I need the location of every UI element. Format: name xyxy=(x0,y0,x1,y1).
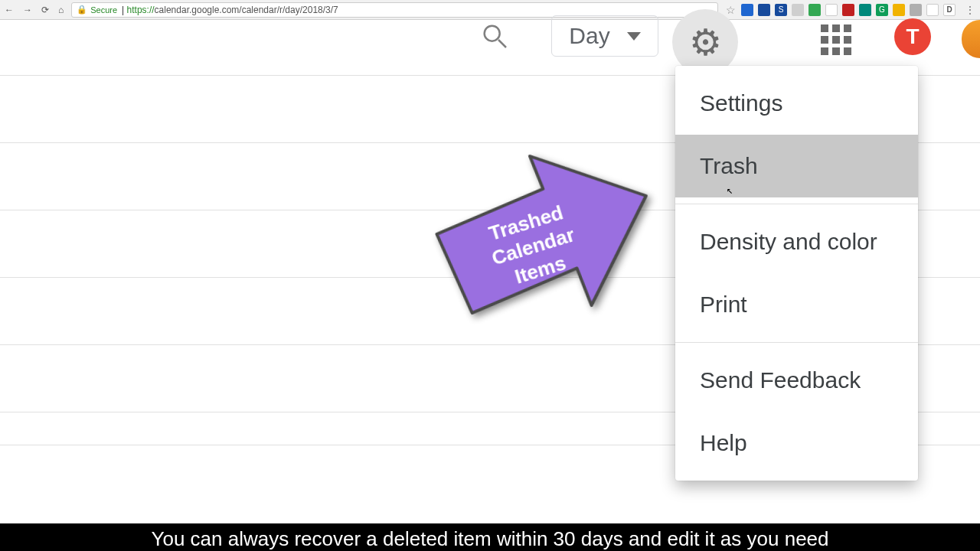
settings-dropdown: Settings Trash Density and color Print S… xyxy=(675,66,918,481)
gear-icon: ⚙ xyxy=(689,21,722,64)
caption-text: You can always recover a deleted item wi… xyxy=(151,527,828,551)
dropdown-item-feedback[interactable]: Send Feedback xyxy=(675,349,918,412)
cast-icon[interactable] xyxy=(910,4,922,16)
url-protocol: https:// xyxy=(127,5,155,15)
nav-forward-icon[interactable]: → xyxy=(23,5,32,15)
dropdown-item-density[interactable]: Density and color xyxy=(675,210,918,273)
extension-icon[interactable] xyxy=(792,4,804,16)
lock-icon: 🔒 xyxy=(77,5,87,15)
extension-icon[interactable] xyxy=(758,4,770,16)
browser-chrome: ← → ⟳ ⌂ 🔒 Secure | https:// calendar.goo… xyxy=(0,0,980,20)
browser-nav-buttons: ← → ⟳ ⌂ xyxy=(5,5,64,15)
account-badge xyxy=(962,20,980,58)
extension-icon[interactable] xyxy=(893,4,905,16)
bookmark-star-icon[interactable]: ☆ xyxy=(724,4,737,16)
google-apps-icon[interactable] xyxy=(821,24,851,55)
search-icon[interactable] xyxy=(479,20,511,52)
account-avatar[interactable]: T xyxy=(894,18,931,55)
extension-icon[interactable]: S xyxy=(775,4,787,16)
view-selector[interactable]: Day xyxy=(551,15,658,57)
url-path: calendar.google.com/calendar/r/day/2018/… xyxy=(155,5,338,15)
nav-home-icon[interactable]: ⌂ xyxy=(58,5,64,15)
nav-back-icon[interactable]: ← xyxy=(5,5,14,15)
extension-icon[interactable] xyxy=(808,4,821,16)
dropdown-item-trash[interactable]: Trash xyxy=(675,135,918,197)
profile-letter-icon[interactable]: D xyxy=(943,4,956,16)
nav-reload-icon[interactable]: ⟳ xyxy=(41,5,49,15)
extension-icon[interactable] xyxy=(741,4,753,16)
dropdown-item-print[interactable]: Print xyxy=(675,273,918,336)
extension-row: ☆ S G D ⋮ xyxy=(724,4,975,16)
extension-icon[interactable] xyxy=(859,4,871,16)
extension-icon[interactable]: G xyxy=(876,4,888,16)
chrome-menu-icon[interactable]: ⋮ xyxy=(965,4,975,16)
extension-icon[interactable] xyxy=(825,4,838,16)
caption-bar: You can always recover a deleted item wi… xyxy=(0,523,980,551)
extension-icon[interactable] xyxy=(842,4,854,16)
svg-line-1 xyxy=(498,40,506,47)
dropdown-item-settings[interactable]: Settings xyxy=(675,72,918,135)
extension-icon[interactable] xyxy=(926,4,939,16)
secure-label: Secure xyxy=(90,5,117,15)
svg-point-0 xyxy=(485,26,500,41)
avatar-letter: T xyxy=(906,24,919,49)
view-selector-label: Day xyxy=(569,23,609,49)
dropdown-item-help[interactable]: Help xyxy=(675,412,918,474)
chevron-down-icon xyxy=(627,32,641,41)
